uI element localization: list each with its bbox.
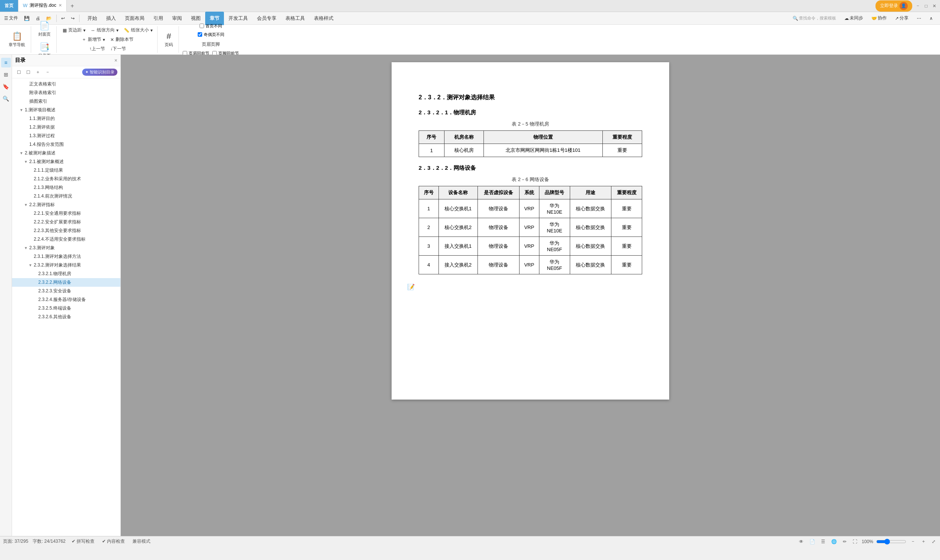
sidebar-tool-collapse[interactable]: － (43, 68, 52, 77)
cover-page-button[interactable]: 📄 封面页 (35, 19, 54, 39)
tab-add-button[interactable]: + (67, 3, 78, 9)
fullscreen-expand-btn[interactable]: ⤢ (930, 538, 937, 545)
tab-table-style[interactable]: 表格样式 (310, 12, 338, 25)
menu-file[interactable]: ☰ 文件 (2, 14, 21, 23)
cell-importance: 重要 (612, 199, 642, 218)
toc-item[interactable]: 2.1.4.前次测评情况 (12, 192, 120, 200)
content-check-btn[interactable]: ✔ 内容检查 (100, 538, 126, 545)
toc-item[interactable]: 2.3.2.3.安全设备 (12, 287, 120, 295)
tab-home[interactable]: 首页 (0, 0, 18, 12)
tab-vip[interactable]: 会员专享 (253, 12, 281, 25)
toc-item[interactable]: 2.2.2.安全扩展要求指标 (12, 218, 120, 226)
close-button[interactable]: ✕ (932, 3, 937, 9)
login-button[interactable]: 立即登录 👤 (875, 0, 912, 12)
toc-item[interactable]: ▼2.2.测评指标 (12, 200, 120, 209)
quick-save[interactable]: 💾 (22, 14, 32, 23)
prev-section-button[interactable]: ↑上一节 (87, 45, 107, 53)
tab-table-tools[interactable]: 表格工具 (281, 12, 310, 25)
toc-item[interactable]: 2.3.2.6.其他设备 (12, 312, 120, 321)
cloud-sync[interactable]: ☁ 未同步 (842, 14, 866, 23)
add-section-button[interactable]: ＋ 新增节 ▾ (80, 35, 107, 43)
tab-doc[interactable]: W 测评报告.doc ✕ (18, 0, 67, 12)
comment-icon[interactable]: 📝 (407, 283, 415, 291)
toc-item[interactable]: 正文表格索引 (12, 80, 120, 88)
toc-item[interactable]: 附录表格索引 (12, 88, 120, 97)
tab-review[interactable]: 审阅 (168, 12, 186, 25)
sidebar-close-button[interactable]: × (114, 57, 117, 63)
odd-even-diff-checkbox[interactable] (198, 32, 202, 37)
undo-button[interactable]: ↩ (59, 14, 68, 23)
zoom-in-btn[interactable]: ＋ (920, 538, 927, 545)
tab-dev[interactable]: 开发工具 (224, 12, 253, 25)
ai-toc-badge[interactable]: ✦ 智能识别目录 (82, 69, 117, 76)
table6-col-usage: 用途 (570, 186, 612, 199)
ribbon-collapse[interactable]: ∧ (927, 14, 935, 23)
toc-item[interactable]: 2.3.2.5.终端设备 (12, 304, 120, 312)
compat-mode-btn[interactable]: 兼容模式 (131, 538, 152, 545)
left-icon-toc[interactable]: ≡ (1, 58, 11, 68)
toc-item[interactable]: ▼2.3.测评对象 (12, 244, 120, 252)
fullscreen-btn[interactable]: ⛶ (851, 538, 858, 545)
header-diff-checkbox[interactable] (200, 24, 204, 28)
page-num-button[interactable]: # 页码 (161, 29, 176, 49)
left-icon-search[interactable]: 🔍 (1, 94, 11, 103)
sidebar-tool-expand[interactable]: ＋ (34, 68, 42, 77)
toc-item[interactable]: 2.2.1.安全通用要求指标 (12, 209, 120, 218)
left-icon-outline[interactable]: ⊞ (1, 70, 11, 80)
doc-area[interactable]: 2．3．2．测评对象选择结果 2．3．2．1．物理机房 表 2－5 物理机房 序… (121, 55, 940, 536)
toc-item[interactable]: 1.3.测评过程 (12, 132, 120, 140)
chapter-nav-button[interactable]: 📋 章节导航 (5, 29, 29, 49)
eye-icon-btn[interactable]: 👁 (797, 538, 805, 545)
toc-item[interactable]: 2.2.4.不适用安全要求指标 (12, 235, 120, 244)
table6-col-system: 系统 (519, 186, 539, 199)
toc-item[interactable]: ▼2.被测对象描述 (12, 149, 120, 157)
toc-item[interactable]: 1.2.测评依据 (12, 123, 120, 132)
zoom-slider[interactable] (876, 538, 906, 545)
toc-item[interactable]: 插图索引 (12, 97, 120, 106)
toc-item[interactable]: 2.3.2.2.网络设备 (12, 278, 120, 287)
more-options[interactable]: ⋯ (914, 14, 924, 23)
tab-reference[interactable]: 引用 (149, 12, 168, 25)
header-footer-button[interactable]: 页眉页脚 (200, 40, 222, 48)
toc-item[interactable]: 2.1.3.网络结构 (12, 183, 120, 192)
toc-toggle: ▼ (24, 246, 28, 250)
toc-item[interactable]: 1.4.报告分发范围 (12, 140, 120, 149)
margin-button[interactable]: ▦ 页边距 ▾ (60, 26, 88, 34)
toc-item[interactable]: 2.3.2.1.物理机房 (12, 269, 120, 278)
sidebar-tool-check2[interactable]: ☐ (25, 69, 32, 76)
orientation-button[interactable]: ↔ 纸张方向 ▾ (88, 26, 121, 34)
tab-insert[interactable]: 插入 (102, 12, 120, 25)
view-normal-btn[interactable]: 📄 (808, 538, 817, 545)
zoom-out-btn[interactable]: － (909, 538, 917, 545)
odd-even-diff-check[interactable]: 奇偶页不同 (198, 32, 224, 37)
tab-start[interactable]: 开始 (83, 12, 102, 25)
left-icon-bookmark[interactable]: 🔖 (1, 82, 11, 91)
toc-item[interactable]: 2.2.3.其他安全要求指标 (12, 226, 120, 235)
view-list-btn[interactable]: ☰ (820, 538, 827, 545)
view-web-btn[interactable]: 🌐 (830, 538, 838, 545)
delete-section-button[interactable]: ✕ 删除本节 (108, 35, 136, 43)
next-section-button[interactable]: ↓下一节 (108, 45, 128, 53)
toc-item[interactable]: ▼1.测评项目概述 (12, 106, 120, 114)
header-diff-check[interactable]: 首页不同 (200, 23, 222, 29)
search-template[interactable]: 🔍 查找命令，搜索模板 (790, 14, 839, 23)
table5-header-row: 序号 机房名称 物理位置 重要程度 (419, 131, 642, 144)
sidebar-tool-check1[interactable]: ☐ (15, 69, 23, 76)
size-button[interactable]: 📏 纸张大小 ▾ (122, 26, 155, 34)
toc-item[interactable]: ▼2.1.被测对象概述 (12, 157, 120, 166)
edit-icon-btn[interactable]: ✏ (841, 538, 848, 545)
redo-button[interactable]: ↪ (68, 14, 77, 23)
share-btn[interactable]: ↗ 分享 (892, 14, 911, 23)
maximize-button[interactable]: □ (923, 3, 929, 9)
collab-btn[interactable]: 🤝 协作 (869, 14, 889, 23)
toc-item[interactable]: ▼2.3.2.测评对象选择结果 (12, 261, 120, 269)
tab-close-icon[interactable]: ✕ (59, 3, 62, 8)
toc-item[interactable]: 2.1.1.定级结果 (12, 166, 120, 175)
spell-check-btn[interactable]: ✔ 拼写检查 (70, 538, 96, 545)
toc-item[interactable]: 2.3.2.4.服务器/存储设备 (12, 295, 120, 304)
tab-layout[interactable]: 页面布局 (120, 12, 149, 25)
toc-item[interactable]: 2.1.2.业务和采用的技术 (12, 175, 120, 183)
toc-item[interactable]: 1.1.测评目的 (12, 114, 120, 123)
toc-item[interactable]: 2.3.1.测评对象选择方法 (12, 252, 120, 261)
minimize-button[interactable]: － (915, 3, 920, 9)
